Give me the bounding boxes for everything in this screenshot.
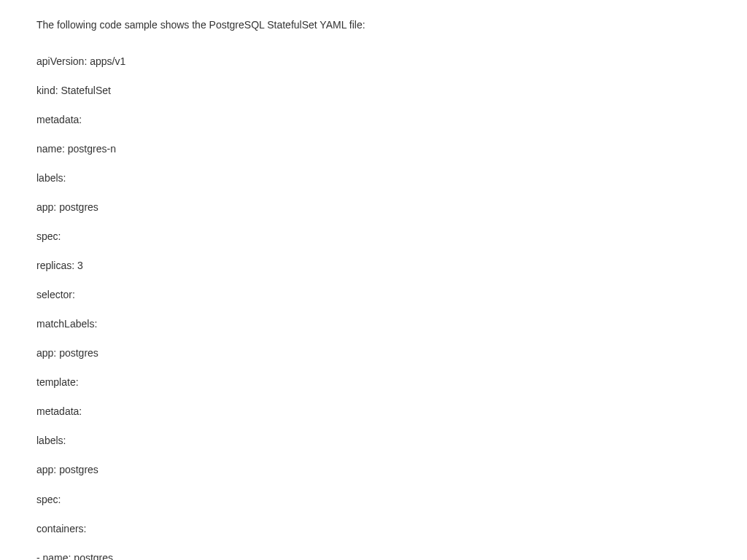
code-line: replicas: 3 (36, 258, 711, 273)
code-line: labels: (36, 171, 711, 185)
code-line: metadata: (36, 112, 711, 127)
code-line: apiVersion: apps/v1 (36, 54, 711, 69)
intro-paragraph: The following code sample shows the Post… (36, 18, 711, 32)
code-line: metadata: (36, 404, 711, 419)
code-line: matchLabels: (36, 316, 711, 331)
code-line: - name: postgres (36, 551, 711, 560)
code-line: template: (36, 375, 711, 389)
code-line: app: postgres (36, 462, 711, 477)
code-line: app: postgres (36, 346, 711, 360)
code-line: kind: StatefulSet (36, 83, 711, 98)
code-line: labels: (36, 433, 711, 448)
code-line: app: postgres (36, 200, 711, 214)
code-line: spec: (36, 229, 711, 244)
code-line: name: postgres-n (36, 141, 711, 156)
code-line: selector: (36, 287, 711, 302)
code-line: spec: (36, 492, 711, 507)
yaml-code-block: apiVersion: apps/v1 kind: StatefulSet me… (36, 39, 711, 560)
code-line: containers: (36, 521, 711, 536)
